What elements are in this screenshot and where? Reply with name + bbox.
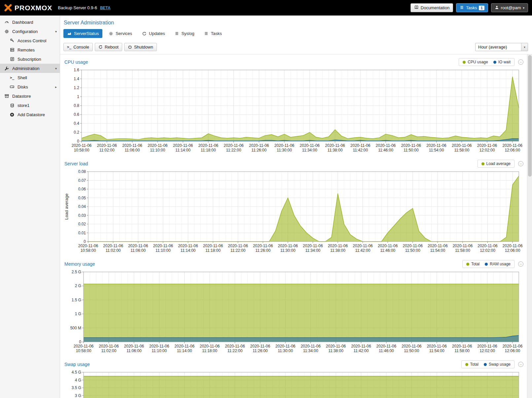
svg-text:2020-11-06: 2020-11-06 — [78, 244, 98, 248]
sidebar-item-access-control[interactable]: Access Control — [0, 36, 60, 45]
svg-text:2020-11-06: 2020-11-06 — [225, 344, 245, 348]
svg-text:11:02:00: 11:02:00 — [101, 348, 116, 353]
svg-text:2020-11-06: 2020-11-06 — [376, 344, 397, 348]
svg-text:2020-11-06: 2020-11-06 — [427, 344, 447, 348]
svg-text:2020-11-06: 2020-11-06 — [453, 244, 473, 248]
user-menu-button[interactable]: root@pam ▾ — [491, 3, 528, 12]
svg-text:11:26:00: 11:26:00 — [251, 148, 266, 152]
sidebar-item-label: Configuration — [12, 29, 38, 34]
svg-text:11:10:00: 11:10:00 — [156, 248, 171, 253]
reboot-button[interactable]: Reboot — [95, 43, 122, 51]
svg-text:2020-11-06: 2020-11-06 — [403, 244, 423, 248]
svg-text:2020-11-06: 2020-11-06 — [300, 143, 320, 148]
collapse-panel-button[interactable]: − — [518, 362, 523, 367]
collapse-panel-button[interactable]: − — [518, 161, 523, 166]
page-title: Server Administration — [60, 16, 532, 29]
hdd-icon — [9, 84, 15, 89]
svg-text:2020-11-06: 2020-11-06 — [326, 344, 346, 348]
svg-text:0.08: 0.08 — [78, 169, 86, 174]
tab-label: Syslog — [181, 31, 194, 36]
svg-text:11:06:00: 11:06:00 — [130, 248, 146, 253]
panel-title: Memory usage — [64, 261, 459, 267]
svg-text:2020-11-06: 2020-11-06 — [148, 143, 168, 148]
svg-text:0.04: 0.04 — [78, 204, 86, 209]
svg-text:11:34:00: 11:34:00 — [303, 348, 318, 353]
svg-text:11:10:00: 11:10:00 — [150, 148, 165, 152]
tab-updates[interactable]: Updates — [138, 29, 168, 38]
svg-text:2020-11-06: 2020-11-06 — [274, 143, 295, 148]
legend-item: Total — [465, 362, 479, 367]
svg-text:2020-11-06: 2020-11-06 — [200, 344, 220, 348]
documentation-button[interactable]: Documentation — [410, 3, 453, 12]
svg-text:11:58:00: 11:58:00 — [455, 248, 470, 253]
svg-text:11:46:00: 11:46:00 — [378, 148, 393, 152]
sidebar-item-label: Remotes — [18, 48, 35, 52]
legend-label: Total — [470, 362, 479, 367]
swap-usage-chart: 0500 M1 G1.5 G2 G2.5 G3 G3.5 G4 G4.5 G20… — [63, 370, 523, 398]
svg-text:0.8: 0.8 — [74, 103, 79, 108]
tab-syslog[interactable]: Syslog — [171, 29, 198, 38]
sidebar-item-dashboard[interactable]: Dashboard — [0, 17, 60, 27]
sidebar-item-label: Disks — [18, 84, 28, 89]
sidebar-item-shell[interactable]: >_ Shell — [0, 73, 60, 82]
chevron-right-icon: ▸ — [55, 85, 57, 89]
svg-text:11:06:00: 11:06:00 — [125, 148, 140, 152]
beta-link[interactable]: BETA — [100, 6, 111, 10]
svg-text:11:10:00: 11:10:00 — [152, 348, 167, 353]
sidebar-item-add-datastore[interactable]: Add Datastore — [0, 110, 60, 119]
shutdown-button[interactable]: Shutdown — [124, 43, 157, 51]
tab-tasks[interactable]: Tasks — [200, 29, 225, 38]
sidebar-item-datastore[interactable]: Datastore — [0, 91, 60, 101]
svg-text:2020-11-06: 2020-11-06 — [128, 244, 148, 248]
svg-text:11:22:00: 11:22:00 — [228, 348, 243, 353]
svg-text:2020-11-06: 2020-11-06 — [402, 344, 422, 348]
tab-services[interactable]: Services — [105, 29, 136, 38]
svg-text:2020-11-06: 2020-11-06 — [103, 244, 123, 248]
legend-dot-load-average — [481, 162, 484, 165]
tab-serverstatus[interactable]: ServerStatus — [63, 29, 102, 38]
sidebar-item-configuration[interactable]: Configuration ▾ — [0, 27, 60, 36]
collapse-panel-button[interactable]: − — [518, 261, 523, 267]
collapse-panel-button[interactable]: − — [518, 59, 523, 65]
chevron-down-icon: ▾ — [523, 6, 524, 10]
sidebar-item-remotes[interactable]: Remotes — [0, 45, 60, 54]
svg-text:2020-11-06: 2020-11-06 — [503, 244, 523, 248]
timeframe-select[interactable]: Hour (average) ▾ — [475, 43, 528, 51]
legend-dot-swap-usage — [484, 363, 487, 366]
legend-dot-cpu-usage — [463, 61, 466, 64]
legend-dot-total — [465, 363, 468, 366]
svg-text:2020-11-06: 2020-11-06 — [478, 244, 498, 248]
svg-text:0.2: 0.2 — [74, 130, 79, 135]
sidebar-item-store1[interactable]: store1 — [0, 101, 60, 110]
svg-text:11:42:00: 11:42:00 — [354, 348, 369, 353]
server-icon — [9, 48, 15, 52]
svg-text:2020-11-06: 2020-11-06 — [99, 344, 119, 348]
svg-text:2020-11-06: 2020-11-06 — [378, 244, 398, 248]
sidebar-item-disks[interactable]: Disks ▸ — [0, 82, 60, 91]
legend-label: RAM usage — [490, 262, 511, 266]
console-button[interactable]: >_ Console — [63, 43, 93, 51]
svg-text:0.06: 0.06 — [78, 187, 86, 191]
sidebar-item-administration[interactable]: Administration ▾ — [0, 64, 60, 73]
scrollbar-thumb[interactable] — [528, 55, 532, 177]
svg-text:11:18:00: 11:18:00 — [201, 148, 216, 152]
power-icon — [128, 45, 132, 49]
svg-text:10:58:00: 10:58:00 — [76, 348, 91, 353]
vertical-scrollbar[interactable] — [527, 54, 532, 398]
chart-legend: CPU usage IO wait — [459, 58, 514, 66]
legend-dot-total — [466, 263, 469, 266]
svg-text:2020-11-06: 2020-11-06 — [74, 344, 94, 348]
sidebar-item-subscription[interactable]: Subscription — [0, 54, 60, 64]
svg-text:2020-11-06: 2020-11-06 — [353, 244, 373, 248]
sidebar-item-label: Add Datastore — [18, 112, 45, 117]
chevron-down-icon: ▾ — [55, 30, 57, 33]
svg-text:11:18:00: 11:18:00 — [202, 348, 217, 353]
tasks-button[interactable]: Tasks 1 — [456, 3, 488, 12]
memory-usage-chart: 0500 M1 G1.5 G2 G2.5 G2020-11-0610:58:00… — [63, 269, 523, 354]
svg-text:2020-11-06: 2020-11-06 — [253, 244, 273, 248]
svg-text:11:50:00: 11:50:00 — [404, 348, 419, 353]
svg-text:12:06:00: 12:06:00 — [505, 348, 520, 353]
shutdown-label: Shutdown — [134, 45, 153, 50]
swap-usage-panel: Swap usage Total Swap usage − — [63, 359, 526, 398]
svg-text:11:22:00: 11:22:00 — [226, 148, 241, 152]
